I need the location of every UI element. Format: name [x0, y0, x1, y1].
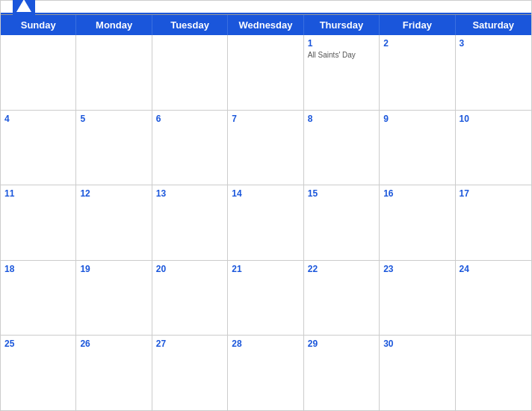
day-cell: 16 — [380, 185, 455, 260]
day-number: 1 — [308, 37, 375, 50]
day-number: 13 — [156, 188, 223, 200]
day-event: All Saints' Day — [308, 51, 375, 59]
day-header-tuesday: Tuesday — [152, 15, 228, 35]
day-cell: 4 — [1, 111, 76, 185]
day-number: 27 — [156, 338, 223, 350]
day-cell — [1, 35, 76, 110]
week-row-4: 18192021222324 — [1, 261, 531, 336]
day-cell: 30 — [380, 336, 455, 410]
day-cell: 13 — [152, 185, 228, 260]
day-number: 8 — [308, 113, 375, 126]
day-number: 23 — [383, 263, 451, 276]
day-cell — [76, 35, 152, 110]
calendar-container: SundayMondayTuesdayWednesdayThursdayFrid… — [0, 0, 532, 411]
day-number: 2 — [383, 37, 451, 50]
day-number: 30 — [383, 338, 451, 350]
day-header-monday: Monday — [76, 15, 152, 35]
day-cell — [152, 35, 228, 110]
day-cell: 14 — [228, 185, 303, 260]
day-cell: 15 — [304, 185, 380, 260]
day-number: 19 — [80, 263, 147, 276]
day-cell: 20 — [152, 261, 228, 336]
day-cell: 22 — [304, 261, 380, 336]
day-cell — [228, 35, 303, 110]
day-header-sunday: Sunday — [1, 15, 76, 35]
day-header-thursday: Thursday — [304, 15, 380, 35]
calendar-header — [1, 1, 531, 13]
week-row-1: 1All Saints' Day23 — [1, 35, 531, 111]
day-cell: 25 — [1, 336, 76, 410]
day-header-friday: Friday — [380, 15, 455, 35]
day-cell: 8 — [304, 111, 380, 185]
logo — [13, 0, 37, 18]
day-number: 26 — [80, 338, 147, 350]
day-cell: 17 — [456, 185, 531, 260]
day-number: 17 — [460, 188, 528, 200]
day-number: 28 — [232, 338, 299, 350]
day-number: 16 — [383, 188, 451, 200]
day-number: 29 — [308, 338, 375, 350]
day-number: 6 — [156, 113, 223, 126]
day-header-wednesday: Wednesday — [228, 15, 303, 35]
day-cell: 26 — [76, 336, 152, 410]
day-header-saturday: Saturday — [456, 15, 531, 35]
day-number: 24 — [460, 263, 528, 276]
day-number: 10 — [460, 113, 528, 126]
day-number: 14 — [232, 188, 299, 200]
week-row-3: 11121314151617 — [1, 185, 531, 261]
day-cell: 18 — [1, 261, 76, 336]
day-cell — [456, 336, 531, 410]
day-cell: 11 — [1, 185, 76, 260]
day-cell: 29 — [304, 336, 380, 410]
day-cell: 3 — [456, 35, 531, 110]
day-cell: 23 — [380, 261, 455, 336]
day-number: 18 — [4, 263, 72, 276]
day-cell: 10 — [456, 111, 531, 185]
logo-icon — [13, 0, 35, 18]
day-cell: 7 — [228, 111, 303, 185]
day-cell: 28 — [228, 336, 303, 410]
week-row-5: 252627282930 — [1, 336, 531, 410]
day-number: 12 — [80, 188, 147, 200]
day-cell: 12 — [76, 185, 152, 260]
day-number: 15 — [308, 188, 375, 200]
calendar-grid: SundayMondayTuesdayWednesdayThursdayFrid… — [1, 14, 531, 410]
day-cell: 21 — [228, 261, 303, 336]
day-headers-row: SundayMondayTuesdayWednesdayThursdayFrid… — [1, 15, 531, 35]
day-number: 22 — [308, 263, 375, 276]
week-row-2: 45678910 — [1, 111, 531, 186]
day-cell: 27 — [152, 336, 228, 410]
day-number: 21 — [232, 263, 299, 276]
day-number: 3 — [460, 37, 528, 50]
day-cell: 5 — [76, 111, 152, 185]
day-cell: 1All Saints' Day — [304, 35, 380, 110]
day-number: 25 — [4, 338, 72, 350]
day-number: 4 — [4, 113, 72, 126]
weeks-container: 1All Saints' Day234567891011121314151617… — [1, 35, 531, 410]
day-number: 5 — [80, 113, 147, 126]
day-cell: 2 — [380, 35, 455, 110]
day-cell: 9 — [380, 111, 455, 185]
day-number: 11 — [4, 188, 72, 200]
day-number: 9 — [383, 113, 451, 126]
day-cell: 19 — [76, 261, 152, 336]
day-cell: 6 — [152, 111, 228, 185]
day-cell: 24 — [456, 261, 531, 336]
day-number: 7 — [232, 113, 299, 126]
day-number: 20 — [156, 263, 223, 276]
